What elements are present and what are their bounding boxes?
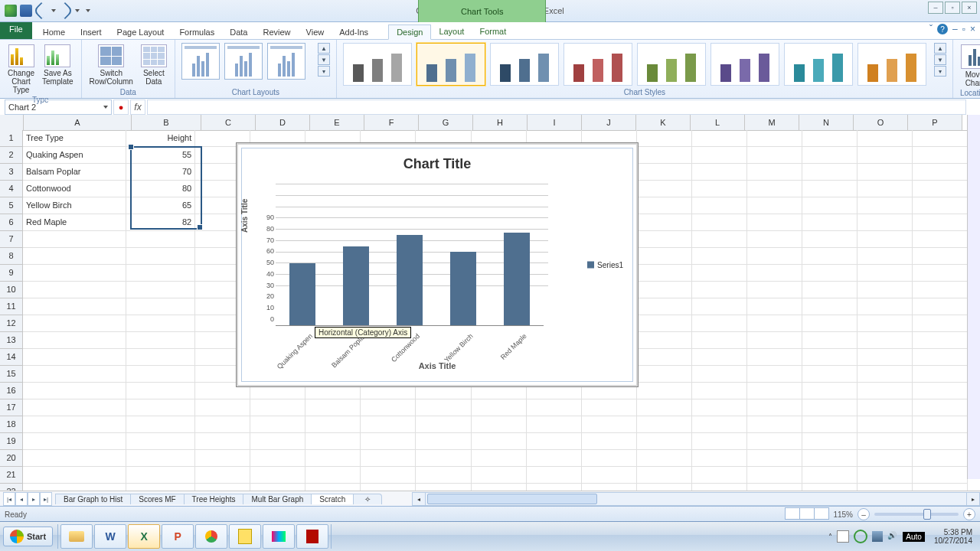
- tray-chevron-icon[interactable]: ˄: [828, 533, 832, 541]
- cell[interactable]: [858, 399, 913, 416]
- help-icon[interactable]: ?: [937, 24, 948, 34]
- cell[interactable]: [582, 433, 637, 449]
- column-header[interactable]: J: [582, 115, 636, 130]
- cell[interactable]: [692, 214, 747, 230]
- cell[interactable]: [637, 332, 692, 348]
- row-header[interactable]: 9: [0, 265, 23, 282]
- cell[interactable]: [23, 298, 126, 315]
- column-header[interactable]: H: [473, 115, 528, 130]
- row-header[interactable]: 10: [0, 282, 23, 298]
- cell[interactable]: [858, 450, 913, 466]
- file-tab[interactable]: File: [0, 22, 32, 39]
- cell[interactable]: Balsam Poplar: [23, 164, 126, 180]
- cell[interactable]: [637, 130, 692, 146]
- cell[interactable]: [913, 231, 968, 247]
- cell[interactable]: [126, 450, 195, 466]
- cell[interactable]: [692, 248, 747, 264]
- cell[interactable]: [582, 467, 637, 483]
- cell[interactable]: [637, 433, 692, 449]
- cell[interactable]: [126, 349, 195, 365]
- column-header[interactable]: L: [691, 115, 745, 130]
- gallery-down-icon[interactable]: ▼: [318, 54, 330, 65]
- cell[interactable]: [472, 433, 527, 449]
- tab-page-layout[interactable]: Page Layout: [109, 25, 172, 39]
- cell[interactable]: [637, 366, 692, 382]
- row-header[interactable]: 2: [0, 147, 23, 164]
- cell[interactable]: [802, 214, 858, 230]
- cell[interactable]: 82: [126, 214, 195, 230]
- tab-design[interactable]: Design: [388, 24, 431, 40]
- zoom-out-button[interactable]: –: [858, 508, 870, 520]
- row-header[interactable]: 17: [0, 399, 23, 416]
- cell[interactable]: [747, 315, 802, 331]
- cell[interactable]: [747, 181, 802, 197]
- cell[interactable]: [23, 349, 126, 365]
- cell[interactable]: [858, 332, 913, 348]
- tab-formulas[interactable]: Formulas: [172, 25, 222, 39]
- system-clock[interactable]: 5:38 PM 10/27/2014: [934, 528, 972, 545]
- row-header[interactable]: 8: [0, 248, 23, 265]
- sheet-nav-buttons[interactable]: |◂◂▸▸|: [3, 492, 52, 506]
- cell[interactable]: [858, 433, 913, 449]
- cell[interactable]: [913, 332, 968, 348]
- cell[interactable]: [858, 248, 913, 264]
- cell[interactable]: [692, 450, 747, 466]
- row-header[interactable]: 18: [0, 416, 23, 433]
- chart-bar[interactable]: [450, 252, 476, 325]
- tray-sync-icon[interactable]: [854, 530, 867, 543]
- cell[interactable]: [913, 383, 968, 399]
- change-chart-type-button[interactable]: Change Chart Type: [6, 43, 36, 96]
- cell[interactable]: [692, 332, 747, 348]
- chart-bar[interactable]: [504, 233, 530, 325]
- scroll-thumb[interactable]: [427, 494, 597, 504]
- cell[interactable]: [858, 349, 913, 365]
- gallery-up-icon[interactable]: ▲: [318, 43, 330, 54]
- cell[interactable]: [913, 467, 968, 483]
- horizontal-scrollbar[interactable]: ◂ ▸: [412, 492, 980, 506]
- taskbar-word-icon[interactable]: W: [94, 524, 126, 549]
- minimize-button[interactable]: –: [928, 2, 943, 14]
- cell[interactable]: [305, 399, 361, 416]
- cell[interactable]: [913, 265, 968, 281]
- cell[interactable]: [23, 399, 126, 416]
- redo-dropdown-icon[interactable]: [75, 9, 80, 12]
- cell[interactable]: [250, 399, 305, 416]
- cell[interactable]: [858, 164, 913, 180]
- sheet-tab[interactable]: Mult Bar Graph: [243, 494, 312, 504]
- cell[interactable]: [637, 164, 692, 180]
- cell[interactable]: [858, 315, 913, 331]
- column-header[interactable]: K: [636, 115, 691, 130]
- cell[interactable]: [637, 231, 692, 247]
- tab-home[interactable]: Home: [35, 25, 73, 39]
- cell[interactable]: [23, 416, 126, 432]
- scroll-left-icon[interactable]: ◂: [412, 492, 426, 506]
- cell[interactable]: [23, 248, 126, 264]
- save-as-template-button[interactable]: Save As Template: [41, 43, 75, 87]
- chart-style-option[interactable]: [564, 43, 632, 86]
- cell[interactable]: [692, 130, 747, 146]
- cell[interactable]: [195, 450, 250, 466]
- cell[interactable]: [913, 147, 968, 163]
- cell[interactable]: [637, 181, 692, 197]
- new-sheet-button[interactable]: ✧: [353, 494, 382, 504]
- selection-handle-br[interactable]: [197, 224, 203, 230]
- column-header[interactable]: D: [256, 115, 310, 130]
- cell[interactable]: [858, 416, 913, 432]
- workbook-close-icon[interactable]: ×: [970, 24, 975, 34]
- cell[interactable]: [23, 265, 126, 281]
- cell[interactable]: [692, 467, 747, 483]
- restore-button[interactable]: ▫: [945, 2, 960, 14]
- cell[interactable]: [305, 450, 361, 466]
- row-header[interactable]: 21: [0, 467, 23, 484]
- cell[interactable]: [858, 265, 913, 281]
- column-header[interactable]: N: [799, 115, 854, 130]
- cell[interactable]: [747, 265, 802, 281]
- cell[interactable]: [195, 399, 250, 416]
- cancel-formula-icon[interactable]: ●: [113, 99, 129, 115]
- x-axis-title[interactable]: Axis Title: [242, 361, 632, 370]
- cell[interactable]: [637, 298, 692, 315]
- styles-down-icon[interactable]: ▼: [934, 54, 946, 65]
- cell[interactable]: [858, 130, 913, 146]
- cell[interactable]: [692, 298, 747, 315]
- cell[interactable]: [858, 298, 913, 315]
